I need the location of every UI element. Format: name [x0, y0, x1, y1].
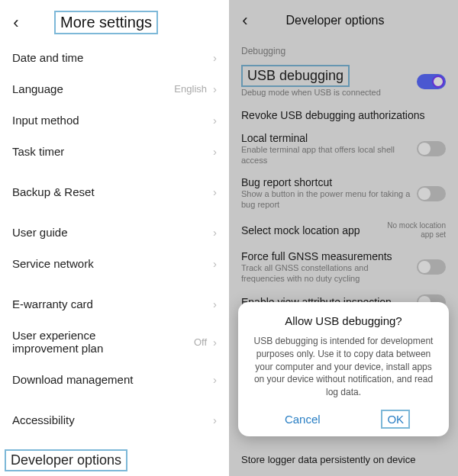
row-user-guide[interactable]: User guide › — [12, 217, 217, 248]
row-label: Task timer — [12, 145, 64, 158]
option-sub: Track all GNSS constellations and freque… — [241, 263, 411, 285]
chevron-right-icon: › — [213, 145, 217, 158]
row-label: User guide — [12, 226, 68, 239]
row-label: Date and time — [12, 51, 83, 64]
row-input-method[interactable]: Input method › — [12, 105, 217, 136]
ok-button[interactable]: OK — [381, 410, 410, 429]
chevron-right-icon: › — [213, 51, 217, 64]
toggle-bug-report[interactable] — [417, 186, 446, 201]
row-value: Off — [194, 336, 207, 348]
chevron-right-icon: › — [213, 114, 217, 127]
row-date-time[interactable]: Date and time › — [12, 42, 217, 73]
option-label: Select mock location app — [241, 224, 371, 236]
row-task-timer[interactable]: Task timer › — [12, 136, 217, 167]
row-service-network[interactable]: Service network › — [12, 248, 217, 279]
row-value: English — [174, 83, 207, 95]
toggle-force-gnss[interactable] — [417, 259, 446, 275]
row-language[interactable]: Language English › — [12, 73, 217, 105]
toggle-usb-debugging[interactable] — [417, 74, 446, 89]
dialog-body: USB debugging is intended for developmen… — [250, 335, 437, 399]
developer-options-screen: ‹ Developer options Debugging USB debugg… — [229, 0, 458, 476]
more-settings-screen: ‹ More settings Date and time › Language… — [0, 0, 229, 476]
dialog-title: Allow USB debugging? — [250, 314, 437, 327]
page-title: More settings — [54, 11, 158, 34]
chevron-right-icon: › — [213, 298, 217, 310]
chevron-right-icon: › — [213, 336, 217, 349]
row-label: Developer options — [5, 449, 127, 471]
option-bug-report[interactable]: Bug report shortcut Show a button in the… — [229, 171, 458, 216]
option-force-gnss[interactable]: Force full GNSS measurements Track all G… — [229, 245, 458, 290]
option-label: Local terminal — [241, 132, 411, 144]
row-label: Language — [12, 82, 63, 95]
chevron-right-icon: › — [213, 82, 217, 95]
row-label: Accessibility — [12, 413, 75, 426]
option-store-logger[interactable]: Store logger data persistently on device — [241, 454, 446, 465]
option-revoke-auth[interactable]: Revoke USB debugging authorizations — [229, 104, 458, 127]
toggle-local-terminal[interactable] — [417, 141, 446, 156]
row-label: E-warranty card — [12, 298, 93, 310]
row-developer-options[interactable]: Developer options — [5, 449, 127, 471]
row-label: Service network — [12, 257, 94, 270]
option-label: USB debugging — [241, 65, 350, 87]
option-label: Force full GNSS measurements — [241, 250, 411, 262]
page-title: Developer options — [286, 14, 385, 27]
usb-debugging-dialog: Allow USB debugging? USB debugging is in… — [238, 302, 449, 436]
option-local-terminal[interactable]: Local terminal Enable terminal app that … — [229, 127, 458, 172]
row-label: Input method — [12, 114, 79, 127]
row-ewarranty[interactable]: E-warranty card › — [12, 288, 217, 320]
chevron-right-icon: › — [213, 413, 217, 426]
section-heading: Debugging — [229, 38, 458, 60]
row-label: Backup & Reset — [12, 185, 95, 198]
row-accessibility[interactable]: Accessibility › — [12, 404, 217, 436]
row-download-management[interactable]: Download management › — [12, 364, 217, 395]
option-label: Revoke USB debugging authorizations — [241, 109, 440, 121]
option-label: Bug report shortcut — [241, 176, 411, 188]
row-label: User experience improvement plan — [12, 329, 165, 355]
cancel-button[interactable]: Cancel — [277, 410, 328, 429]
option-value: No mock location app set — [377, 221, 446, 240]
chevron-right-icon: › — [213, 373, 217, 386]
option-sub: Enable terminal app that offers local sh… — [241, 145, 411, 166]
chevron-right-icon: › — [213, 185, 217, 198]
row-label: Download management — [12, 373, 133, 386]
chevron-right-icon: › — [213, 226, 217, 239]
option-sub: Show a button in the power menu for taki… — [241, 189, 411, 211]
option-usb-debugging[interactable]: USB debugging Debug mode when USB is con… — [229, 60, 458, 104]
row-backup-reset[interactable]: Backup & Reset › — [12, 176, 217, 207]
option-sub: Debug mode when USB is connected — [241, 88, 411, 98]
row-user-experience[interactable]: User experience improvement plan Off › — [12, 320, 217, 364]
option-mock-location[interactable]: Select mock location app No mock locatio… — [229, 216, 458, 245]
chevron-right-icon: › — [213, 257, 217, 270]
